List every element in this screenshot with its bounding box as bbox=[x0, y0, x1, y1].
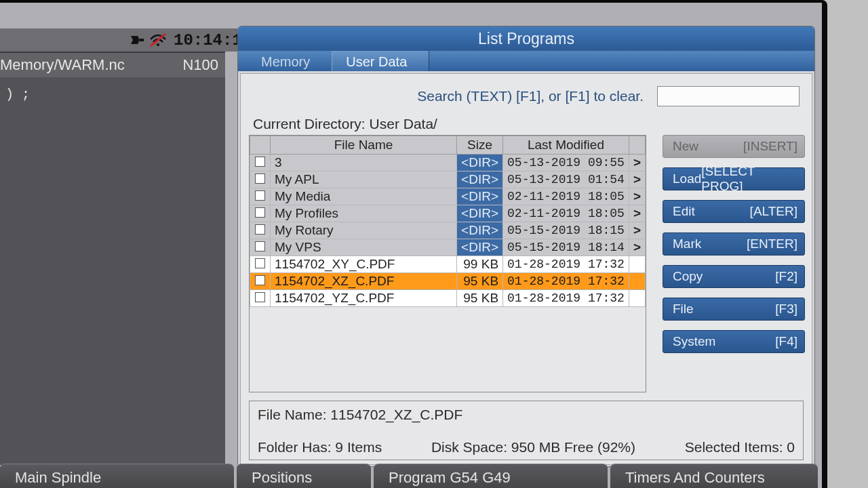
cell-modified: 05-13-2019 09:55 bbox=[503, 155, 629, 171]
tab-user-data[interactable]: User Data bbox=[332, 51, 429, 71]
checkbox[interactable] bbox=[255, 207, 265, 218]
cell-size: <DIR> bbox=[457, 171, 503, 188]
program-body: ) ; bbox=[0, 77, 225, 112]
checkbox[interactable] bbox=[255, 275, 265, 285]
system-button[interactable]: System[F4] bbox=[663, 330, 805, 353]
svg-point-1 bbox=[157, 43, 159, 46]
cell-modified: 01-28-2019 17:32 bbox=[503, 273, 629, 290]
expand-arrow bbox=[629, 256, 645, 273]
expand-arrow[interactable]: > bbox=[629, 171, 645, 188]
expand-arrow[interactable]: > bbox=[629, 188, 645, 205]
table-row[interactable]: My VPS<DIR>05-15-2019 18:14> bbox=[250, 239, 646, 256]
table-row[interactable]: 3<DIR>05-13-2019 09:55> bbox=[250, 155, 646, 171]
action-buttons: New[INSERT]Load[SELECT PROG]Edit[ALTER]M… bbox=[663, 135, 805, 392]
col-filename[interactable]: File Name bbox=[271, 136, 457, 155]
search-input[interactable] bbox=[657, 86, 800, 106]
cell-filename: 1154702_XZ_C.PDF bbox=[271, 273, 457, 290]
cell-filename: My Media bbox=[271, 188, 457, 205]
cell-filename: My Profiles bbox=[271, 205, 457, 222]
info-panel: File Name: 1154702_XZ_C.PDF Folder Has: … bbox=[249, 401, 804, 460]
expand-arrow bbox=[629, 273, 645, 290]
checkbox[interactable] bbox=[255, 224, 265, 235]
new-button: New[INSERT] bbox=[663, 135, 805, 158]
bottom-tab-main-spindle[interactable]: Main Spindle bbox=[0, 464, 234, 488]
program-path: Memory/WARM.nc bbox=[0, 56, 125, 74]
info-folder-has: Folder Has: 9 Items bbox=[258, 439, 382, 455]
expand-arrow[interactable]: > bbox=[629, 205, 645, 222]
cell-modified: 05-13-2019 01:54 bbox=[503, 171, 629, 188]
list-programs-window: List Programs MemoryUser Data Search (TE… bbox=[237, 26, 815, 467]
cell-size: <DIR> bbox=[457, 155, 503, 171]
mark-button[interactable]: Mark[ENTER] bbox=[663, 232, 805, 256]
cell-size: 95 KB bbox=[457, 290, 503, 307]
cell-filename: My VPS bbox=[271, 239, 457, 256]
checkbox[interactable] bbox=[255, 157, 265, 167]
bottom-tab-positions[interactable]: Positions bbox=[237, 464, 371, 488]
table-row[interactable]: 1154702_YZ_C.PDF95 KB01-28-2019 17:32 bbox=[250, 290, 646, 307]
program-nline: N100 bbox=[182, 56, 218, 74]
table-row[interactable]: My APL<DIR>05-13-2019 01:54> bbox=[250, 171, 646, 188]
cell-filename: 1154702_XY_C.PDF bbox=[271, 256, 457, 273]
col-modified[interactable]: Last Modified bbox=[503, 136, 629, 155]
wifi-disabled-icon bbox=[149, 33, 167, 47]
bottom-tabs: Main SpindlePositionsProgram G54 G49Time… bbox=[0, 464, 818, 488]
cell-size: <DIR> bbox=[457, 222, 503, 239]
tab-memory[interactable]: Memory bbox=[248, 51, 332, 71]
copy-button[interactable]: Copy[F2] bbox=[663, 265, 805, 288]
info-filename: File Name: 1154702_XZ_C.PDF bbox=[258, 407, 795, 423]
table-row[interactable]: My Rotary<DIR>05-15-2019 18:15> bbox=[250, 222, 646, 239]
expand-arrow bbox=[629, 290, 645, 307]
program-panel: Memory/WARM.nc N100 ) ; bbox=[0, 52, 225, 465]
cell-modified: 01-28-2019 17:32 bbox=[503, 290, 629, 307]
tabs-row: MemoryUser Data bbox=[238, 51, 814, 71]
status-bar: 10:14:14 bbox=[0, 28, 237, 52]
checkbox[interactable] bbox=[255, 174, 265, 184]
cell-modified: 05-15-2019 18:14 bbox=[503, 239, 629, 256]
cell-filename: My Rotary bbox=[271, 222, 457, 239]
cell-size: <DIR> bbox=[457, 188, 503, 205]
cell-size: <DIR> bbox=[457, 205, 503, 222]
file-table[interactable]: File Name Size Last Modified 3<DIR>05-13… bbox=[249, 135, 646, 392]
checkbox[interactable] bbox=[255, 190, 265, 201]
bottom-tab-program-g54-g49[interactable]: Program G54 G49 bbox=[374, 464, 608, 488]
search-hint: Search (TEXT) [F1], or [F1] to clear. bbox=[417, 88, 644, 104]
window-title: List Programs bbox=[238, 26, 814, 51]
cell-modified: 05-15-2019 18:15 bbox=[503, 222, 629, 239]
svg-rect-0 bbox=[140, 39, 144, 41]
table-row[interactable]: My Profiles<DIR>02-11-2019 18:05> bbox=[250, 205, 646, 222]
edit-button[interactable]: Edit[ALTER] bbox=[663, 200, 805, 223]
cell-filename: My APL bbox=[271, 171, 457, 188]
plug-icon bbox=[129, 34, 145, 46]
load-button[interactable]: Load[SELECT PROG] bbox=[663, 167, 805, 190]
cell-size: <DIR> bbox=[457, 239, 503, 256]
col-size[interactable]: Size bbox=[457, 136, 503, 155]
cell-filename: 1154702_YZ_C.PDF bbox=[271, 290, 457, 307]
expand-arrow[interactable]: > bbox=[629, 222, 645, 239]
cell-size: 95 KB bbox=[457, 273, 503, 290]
expand-arrow[interactable]: > bbox=[629, 155, 645, 171]
cell-filename: 3 bbox=[271, 155, 457, 171]
table-row[interactable]: 1154702_XY_C.PDF99 KB01-28-2019 17:32 bbox=[250, 256, 646, 273]
info-disk-space: Disk Space: 950 MB Free (92%) bbox=[431, 439, 635, 455]
bottom-tab-timers-and-counters[interactable]: Timers And Counters bbox=[610, 464, 818, 488]
checkbox[interactable] bbox=[255, 292, 265, 302]
cell-modified: 02-11-2019 18:05 bbox=[503, 205, 629, 222]
cell-size: 99 KB bbox=[457, 256, 503, 273]
checkbox[interactable] bbox=[255, 241, 265, 251]
info-selected: Selected Items: 0 bbox=[685, 439, 795, 455]
expand-arrow[interactable]: > bbox=[629, 239, 645, 256]
checkbox[interactable] bbox=[255, 258, 265, 268]
current-directory: Current Directory: User Data/ bbox=[241, 112, 812, 135]
file-button[interactable]: File[F3] bbox=[663, 298, 805, 321]
table-row[interactable]: 1154702_XZ_C.PDF95 KB01-28-2019 17:32 bbox=[250, 273, 646, 290]
cell-modified: 02-11-2019 18:05 bbox=[503, 188, 629, 205]
cell-modified: 01-28-2019 17:32 bbox=[503, 256, 629, 273]
table-row[interactable]: My Media<DIR>02-11-2019 18:05> bbox=[250, 188, 646, 205]
